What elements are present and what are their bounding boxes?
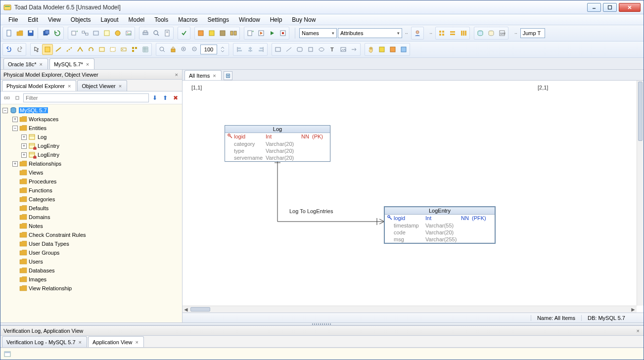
- close-button[interactable]: [619, 3, 641, 12]
- scrollbar-thumb[interactable]: [638, 82, 643, 141]
- close-icon[interactable]: ×: [135, 339, 139, 345]
- arrow-up-icon[interactable]: ⬆: [161, 93, 170, 102]
- add-entity-icon[interactable]: +: [69, 28, 80, 39]
- zoom-lock-icon[interactable]: [168, 44, 179, 55]
- db-connect-icon[interactable]: [475, 28, 486, 39]
- entity-logentry[interactable]: LogEntry logid Int NN (PFK) timestamp Va…: [384, 207, 495, 243]
- twister-icon[interactable]: +: [21, 152, 27, 158]
- tree-node[interactable]: Categories: [0, 195, 182, 204]
- twister-icon[interactable]: +: [12, 161, 18, 167]
- zoom-fit-icon[interactable]: [157, 44, 168, 55]
- nav-1-icon[interactable]: [376, 44, 387, 55]
- maximize-button[interactable]: [603, 3, 617, 12]
- rel-mn-icon[interactable]: [75, 44, 86, 55]
- twister-icon[interactable]: +: [12, 117, 18, 122]
- canvas[interactable]: [1,1] [2,1] Log To LogEntries Log: [183, 81, 637, 306]
- tree-node[interactable]: View Relationship: [0, 284, 182, 293]
- tree-expand-icon[interactable]: [2, 93, 11, 102]
- twister-icon[interactable]: [12, 224, 18, 229]
- category-tool-icon[interactable]: [129, 44, 140, 55]
- tree-node[interactable]: Images: [0, 275, 182, 284]
- zoom-spin-icon[interactable]: [217, 44, 228, 55]
- tree-node[interactable]: Users: [0, 257, 182, 266]
- tree-collapse-icon[interactable]: [13, 93, 22, 102]
- twister-icon[interactable]: [12, 232, 18, 238]
- add-view-icon[interactable]: [91, 28, 101, 39]
- stop-icon[interactable]: [277, 28, 288, 39]
- arrow-down-icon[interactable]: ⬇: [150, 93, 159, 102]
- entity-log[interactable]: Log logid Int NN (PK) category Varchar(2…: [225, 125, 330, 162]
- tree-node[interactable]: Views: [0, 168, 182, 177]
- add-image-icon[interactable]: [123, 28, 134, 39]
- nav-2-icon[interactable]: [387, 44, 398, 55]
- scrollbar-thumb[interactable]: [190, 307, 210, 312]
- shape-arrow-icon[interactable]: [349, 44, 360, 55]
- tab-physical-explorer[interactable]: Physical Model Explorer×: [2, 80, 76, 91]
- scroll-left-icon[interactable]: ◄: [183, 306, 189, 313]
- redo-icon[interactable]: [14, 44, 25, 55]
- bottom-pane-close-icon[interactable]: ×: [636, 328, 641, 334]
- twister-icon[interactable]: [12, 197, 18, 202]
- pointer-icon[interactable]: [31, 44, 42, 55]
- db-re-icon[interactable]: SRP: [497, 28, 507, 39]
- tree-node[interactable]: Defaults: [0, 204, 182, 213]
- menu-buynow[interactable]: Buy Now: [287, 15, 321, 24]
- run-exec-icon[interactable]: [256, 28, 267, 39]
- twister-icon[interactable]: −: [12, 126, 18, 131]
- twister-icon[interactable]: +: [21, 143, 27, 149]
- menu-edit[interactable]: Edit: [23, 15, 43, 24]
- tree-node[interactable]: Procedures: [0, 177, 182, 186]
- display-names-dropdown[interactable]: Names: [299, 28, 337, 38]
- twister-icon[interactable]: [12, 179, 18, 184]
- rel-self-icon[interactable]: [86, 44, 96, 55]
- close-icon[interactable]: ×: [85, 61, 90, 67]
- twister-icon[interactable]: [12, 188, 18, 193]
- tree-node[interactable]: + Log: [0, 133, 182, 141]
- tree-node[interactable]: Domains: [0, 213, 182, 222]
- display-attrs-dropdown[interactable]: Attributes: [338, 28, 402, 38]
- shape-rect-icon[interactable]: [273, 44, 283, 55]
- tree-node[interactable]: Check Constraint Rules: [0, 230, 182, 239]
- menu-view[interactable]: View: [43, 15, 66, 24]
- zoom-value[interactable]: [200, 45, 217, 54]
- menu-model[interactable]: Model: [124, 15, 150, 24]
- layout-1-icon[interactable]: [436, 28, 447, 39]
- zoom-in-icon[interactable]: [179, 44, 189, 55]
- doc-tab-oracle[interactable]: Oracle 18c*×: [3, 58, 48, 69]
- twister-icon[interactable]: [12, 206, 18, 211]
- tree-node[interactable]: + LogEntry: [0, 150, 182, 159]
- menu-help[interactable]: Help: [265, 15, 287, 24]
- twister-icon[interactable]: −: [2, 108, 8, 113]
- tab-object-viewer[interactable]: Object Viewer×: [77, 80, 127, 91]
- tree-node[interactable]: + LogEntry: [0, 141, 182, 150]
- zoom-out-icon[interactable]: [189, 44, 200, 55]
- print-icon[interactable]: [140, 28, 151, 39]
- entity-column[interactable]: servername Varchar(20): [225, 154, 330, 161]
- menu-file[interactable]: File: [3, 15, 23, 24]
- horizontal-scrollbar[interactable]: ◄ ►: [183, 306, 637, 313]
- close-icon[interactable]: ×: [118, 83, 123, 89]
- undo-icon[interactable]: [3, 44, 14, 55]
- twister-icon[interactable]: [12, 277, 18, 282]
- twister-icon[interactable]: [12, 286, 18, 291]
- jump-to-input[interactable]: [520, 28, 545, 38]
- filter-input[interactable]: [23, 93, 149, 102]
- close-icon[interactable]: ×: [38, 61, 43, 67]
- entity-column[interactable]: logid Int NN (PFK): [385, 215, 495, 222]
- entity-column[interactable]: logid Int NN (PK): [225, 133, 330, 140]
- tree-node[interactable]: Functions: [0, 186, 182, 195]
- canvas-tab-all-items[interactable]: All Items×: [184, 70, 222, 80]
- add-note-icon[interactable]: [101, 28, 112, 39]
- close-icon[interactable]: ×: [212, 73, 217, 79]
- new-icon[interactable]: [3, 28, 14, 39]
- align-left-icon[interactable]: [234, 44, 245, 55]
- doc-tab-mysql[interactable]: MySQL 5.7*×: [49, 58, 94, 69]
- menu-tools[interactable]: Tools: [149, 15, 173, 24]
- shape-text-icon[interactable]: T: [327, 44, 338, 55]
- menu-objects[interactable]: Objects: [66, 15, 96, 24]
- tree-root[interactable]: − MySQL 5.7: [0, 106, 182, 115]
- rel-nonident-icon[interactable]: [64, 44, 75, 55]
- gen-ddl-icon[interactable]: [195, 28, 206, 39]
- play-icon[interactable]: [267, 28, 277, 39]
- layout-2-icon[interactable]: [447, 28, 458, 39]
